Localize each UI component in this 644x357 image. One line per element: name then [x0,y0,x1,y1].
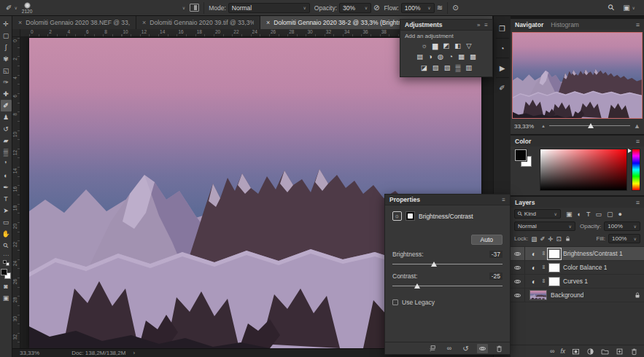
move-tool[interactable]: ✛ [1,18,12,30]
panel-menu-icon[interactable]: ≡ [502,197,505,203]
layer-fill-select[interactable]: 100% ∨ [608,234,640,243]
mask-link-icon[interactable]: ∞ [540,264,547,270]
flow-select[interactable]: 100% ∨ [401,3,435,13]
slider-thumb[interactable] [588,123,594,128]
new-layer-button[interactable] [616,348,624,356]
marquee-tool[interactable]: ▢ [1,30,12,42]
actions-panel-icon[interactable]: ▶ [494,60,511,76]
histogram-panel-icon[interactable]: ❒ [494,20,511,36]
zoom-in-icon[interactable]: ▲ [634,122,640,130]
zoom-out-icon[interactable]: ▲ [541,124,546,128]
channel-mixer-adjustment-icon[interactable]: ▦ [458,53,465,60]
airbrush-icon[interactable]: ≋ [437,4,443,12]
slider-thumb[interactable] [414,283,420,289]
visibility-toggle[interactable] [511,261,525,274]
lock-transparency-icon[interactable]: ▨ [531,235,537,243]
document-tab-1[interactable]: × Dolomiti Gennaio 2020 38.NEF @ 33,3% .… [12,16,136,29]
zoom-tool[interactable]: ⚲ [1,240,12,251]
gradient-tool[interactable]: ▒ [1,146,12,158]
add-mask-button[interactable] [572,348,580,356]
clip-to-layer-button[interactable] [427,344,438,353]
type-tool[interactable]: T [1,193,12,205]
layer-row-color-balance[interactable]: ◐ ∞ Color Balance 1 [511,261,644,275]
delete-layer-button[interactable] [630,348,638,356]
shape-layer-filter-icon[interactable]: ▭ [595,211,602,218]
threshold-adjustment-icon[interactable]: ▧ [444,64,451,71]
ruler-origin[interactable] [12,29,20,37]
navigator-zoom-field[interactable]: 33,33% [514,123,538,130]
lock-artboard-icon[interactable]: ⊡ [556,235,561,243]
layer-mask-thumbnail[interactable] [548,277,560,286]
layer-row-curves[interactable]: ◐ ∞ Curves 1 [511,275,644,289]
foreground-color-swatch[interactable] [515,149,527,161]
foreground-color-swatch[interactable] [1,269,7,275]
hand-tool[interactable]: ✋ [1,228,12,240]
tab-histogram[interactable]: Histogram [551,21,579,28]
brush-settings-panel-icon[interactable]: ✐ [494,79,511,95]
layer-name[interactable]: Curves 1 [563,278,588,285]
brush-preset-picker[interactable]: 2120 [22,2,32,15]
lock-paint-icon[interactable]: ✐ [540,235,545,243]
adjustment-layer-icon[interactable]: ◐ [528,250,540,258]
panel-menu-icon[interactable]: ≡ [636,138,640,145]
foreground-background-swatches[interactable] [1,269,11,279]
delete-adjustment-button[interactable] [494,344,505,353]
history-brush-tool[interactable]: ↺ [1,123,12,135]
eyedropper-tool[interactable]: ✑ [1,76,12,88]
brightness-slider[interactable] [392,261,503,268]
exposure-adjustment-icon[interactable]: ◧ [454,42,461,50]
layer-mask-thumbnail[interactable] [548,263,560,272]
panel-menu-icon[interactable]: ≡ [636,199,640,206]
quick-mask-button[interactable]: ◙ [1,280,12,292]
mask-link-icon[interactable]: ∞ [540,251,547,256]
status-zoom-field[interactable]: 33,33% [20,350,39,356]
visibility-toggle[interactable] [511,247,525,260]
hue-slider-marker[interactable] [628,149,632,153]
layer-name[interactable]: Brightness/Contrast 1 [563,250,623,257]
healing-brush-tool[interactable]: ✚ [1,88,12,100]
tool-preset-picker[interactable]: ✐ ∨ [6,4,18,12]
black-white-adjustment-icon[interactable]: ◍ [438,53,443,60]
color-lookup-adjustment-icon[interactable]: ▩ [470,53,476,60]
photo-filter-adjustment-icon[interactable]: ◔ [449,53,453,60]
path-selection-tool[interactable]: ➤ [1,205,12,216]
edit-toolbar-button[interactable]: ⋯ [3,252,9,259]
document-tab-2[interactable]: × Dolomiti Gennaio 2020 39.tif @ 33,3% (… [136,16,260,29]
pressure-opacity-icon[interactable]: ⊘ [373,4,379,12]
pen-tool[interactable]: ✒ [1,181,12,193]
mask-link-icon[interactable]: ∞ [540,278,547,284]
blur-tool[interactable]: ❜ [1,158,12,170]
adjustment-layer-icon[interactable]: ◐ [528,264,540,272]
close-icon[interactable]: × [18,19,22,26]
type-layer-filter-icon[interactable]: T [586,211,591,218]
previous-state-button[interactable]: ∞ [443,344,454,353]
hue-slider[interactable] [632,149,640,191]
close-icon[interactable]: × [142,19,146,26]
layer-name[interactable]: Background [551,291,583,299]
adjustment-layer-filter-icon[interactable]: ◐ [578,211,581,218]
reset-button[interactable]: ↺ [460,344,471,353]
auto-button[interactable]: Auto [471,235,503,245]
layer-mask-thumbnail[interactable] [548,249,560,259]
hue-saturation-adjustment-icon[interactable]: ▤ [416,53,423,60]
tab-layers[interactable]: Layers [515,199,535,206]
vibrance-adjustment-icon[interactable]: ▽ [466,42,471,50]
invert-adjustment-icon[interactable]: ◪ [421,64,427,71]
search-icon[interactable]: ⚲ [606,2,617,13]
vertical-ruler[interactable]: 02468101214161820222426283032 [12,37,20,348]
new-group-button[interactable] [601,348,609,356]
visibility-toggle-button[interactable] [477,344,488,353]
toggle-brush-panel-button[interactable] [190,4,199,12]
color-balance-adjustment-icon[interactable]: ◑ [428,53,432,60]
layer-opacity-select[interactable]: 100% ∨ [604,221,640,231]
navigator-proxy-view[interactable] [512,32,643,119]
navigator-zoom-slider[interactable] [549,122,630,130]
gradient-map-adjustment-icon[interactable]: ▒ [456,64,461,71]
default-colors-icon[interactable] [3,260,9,266]
use-legacy-checkbox[interactable] [392,299,398,305]
panel-menu-icon[interactable]: ≡ [636,21,640,28]
blend-mode-select[interactable]: Normal ∨ [514,221,575,231]
dodge-tool[interactable]: ◐ [1,170,12,181]
lock-move-icon[interactable]: ✛ [548,235,553,243]
layer-style-button[interactable]: fx [560,348,565,355]
